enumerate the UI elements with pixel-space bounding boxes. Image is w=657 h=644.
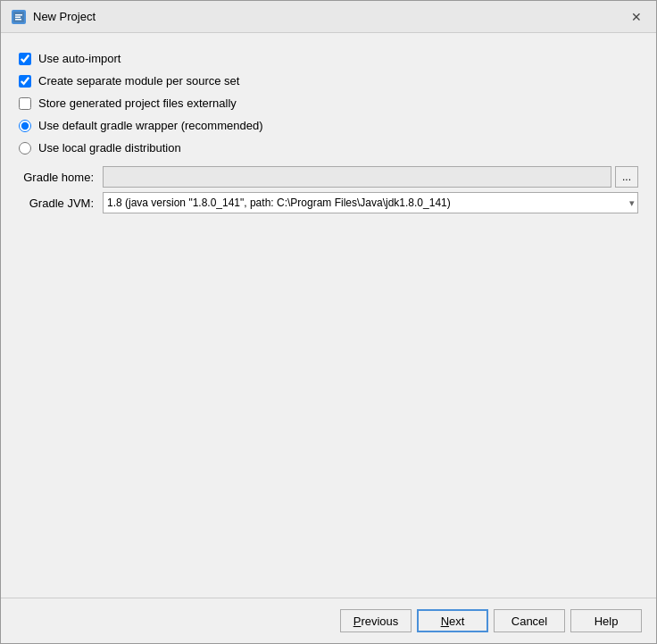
svg-rect-2 — [15, 16, 21, 18]
gradle-jvm-select-wrapper: 1.8 (java version "1.8.0_141", path: C:\… — [103, 192, 638, 213]
svg-rect-1 — [15, 14, 22, 16]
gradle-home-form: Gradle home: ... Gradle JVM: 1.8 (java v… — [19, 166, 638, 214]
auto-import-row: Use auto-import — [19, 47, 638, 70]
content-spacer — [19, 214, 638, 583]
default-wrapper-row: Use default gradle wrapper (recommended) — [19, 114, 638, 137]
gradle-jvm-select[interactable]: 1.8 (java version "1.8.0_141", path: C:\… — [103, 192, 638, 213]
gradle-jvm-label: Gradle JVM: — [19, 197, 99, 210]
button-bar: Previous Next Cancel Help — [1, 598, 656, 643]
gradle-home-input-row: ... — [103, 166, 638, 188]
title-bar: New Project ✕ — [1, 1, 656, 33]
new-project-dialog: New Project ✕ Use auto-import Create sep… — [0, 0, 657, 644]
next-button[interactable]: Next — [417, 609, 488, 632]
separate-module-row: Create separate module per source set — [19, 70, 638, 92]
help-button[interactable]: Help — [570, 609, 642, 632]
close-button[interactable]: ✕ — [628, 8, 645, 26]
svg-rect-3 — [15, 19, 21, 21]
local-dist-row: Use local gradle distribution — [19, 137, 638, 159]
gradle-jvm-row: 1.8 (java version "1.8.0_141", path: C:\… — [103, 191, 638, 214]
gradle-home-label: Gradle home: — [19, 171, 99, 184]
browse-button[interactable]: ... — [615, 166, 638, 188]
local-dist-radio[interactable] — [19, 142, 31, 155]
gradle-home-input[interactable] — [103, 166, 611, 188]
auto-import-checkbox[interactable] — [19, 53, 31, 65]
separate-module-label[interactable]: Create separate module per source set — [38, 74, 239, 88]
default-wrapper-radio[interactable] — [19, 120, 31, 132]
dialog-title: New Project — [33, 10, 96, 23]
store-generated-label[interactable]: Store generated project files externally — [38, 96, 237, 110]
previous-button[interactable]: Previous — [340, 609, 412, 632]
cancel-button[interactable]: Cancel — [494, 609, 565, 632]
local-dist-label[interactable]: Use local gradle distribution — [38, 141, 181, 155]
auto-import-label[interactable]: Use auto-import — [38, 52, 121, 65]
title-bar-left: New Project — [12, 10, 96, 24]
store-generated-row: Store generated project files externally — [19, 92, 638, 114]
dialog-content: Use auto-import Create separate module p… — [1, 33, 656, 598]
default-wrapper-label[interactable]: Use default gradle wrapper (recommended) — [38, 119, 262, 132]
dialog-icon — [12, 10, 26, 24]
separate-module-checkbox[interactable] — [19, 75, 31, 88]
store-generated-checkbox[interactable] — [19, 97, 31, 110]
